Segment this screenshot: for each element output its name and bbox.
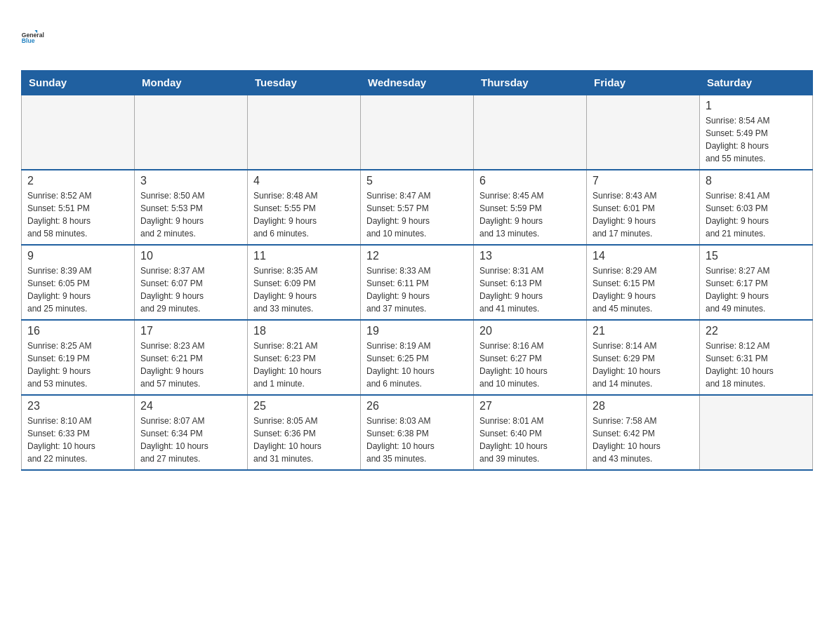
day-number: 11	[253, 250, 355, 262]
calendar-cell: 24Sunrise: 8:07 AM Sunset: 6:34 PM Dayli…	[135, 395, 248, 470]
day-info: Sunrise: 8:07 AM Sunset: 6:34 PM Dayligh…	[140, 415, 241, 465]
day-info: Sunrise: 8:05 AM Sunset: 6:36 PM Dayligh…	[253, 415, 355, 465]
day-info: Sunrise: 8:03 AM Sunset: 6:38 PM Dayligh…	[366, 415, 468, 465]
day-info: Sunrise: 8:41 AM Sunset: 6:03 PM Dayligh…	[706, 189, 807, 240]
day-info: Sunrise: 8:14 AM Sunset: 6:29 PM Dayligh…	[593, 340, 694, 390]
day-number: 27	[479, 400, 581, 412]
day-number: 21	[593, 325, 694, 337]
day-info: Sunrise: 8:31 AM Sunset: 6:13 PM Dayligh…	[479, 264, 581, 315]
day-number: 17	[140, 325, 241, 337]
day-info: Sunrise: 8:39 AM Sunset: 6:05 PM Dayligh…	[27, 264, 128, 315]
day-number: 4	[253, 175, 355, 187]
day-number: 19	[366, 325, 468, 337]
calendar-cell: 22Sunrise: 8:12 AM Sunset: 6:31 PM Dayli…	[700, 320, 813, 395]
calendar-cell: 4Sunrise: 8:48 AM Sunset: 5:55 PM Daylig…	[248, 170, 361, 245]
calendar-cell: 26Sunrise: 8:03 AM Sunset: 6:38 PM Dayli…	[361, 395, 474, 470]
calendar-cell: 20Sunrise: 8:16 AM Sunset: 6:27 PM Dayli…	[474, 320, 587, 395]
day-number: 26	[366, 400, 468, 412]
day-info: Sunrise: 8:21 AM Sunset: 6:23 PM Dayligh…	[253, 340, 355, 390]
day-number: 14	[593, 250, 694, 262]
day-info: Sunrise: 8:25 AM Sunset: 6:19 PM Dayligh…	[27, 340, 128, 390]
calendar-cell	[22, 95, 135, 170]
day-info: Sunrise: 8:23 AM Sunset: 6:21 PM Dayligh…	[140, 340, 241, 390]
day-info: Sunrise: 8:27 AM Sunset: 6:17 PM Dayligh…	[706, 264, 807, 315]
calendar-cell: 7Sunrise: 8:43 AM Sunset: 6:01 PM Daylig…	[587, 170, 700, 245]
day-info: Sunrise: 8:33 AM Sunset: 6:11 PM Dayligh…	[366, 264, 468, 315]
day-info: Sunrise: 8:48 AM Sunset: 5:55 PM Dayligh…	[253, 189, 355, 240]
day-number: 22	[706, 325, 807, 337]
calendar-cell	[361, 95, 474, 170]
day-header-friday: Friday	[587, 71, 700, 95]
calendar-cell: 5Sunrise: 8:47 AM Sunset: 5:57 PM Daylig…	[361, 170, 474, 245]
day-number: 9	[27, 250, 128, 262]
calendar-week-3: 9Sunrise: 8:39 AM Sunset: 6:05 PM Daylig…	[22, 245, 813, 320]
logo: General Blue	[21, 14, 62, 56]
calendar-week-4: 16Sunrise: 8:25 AM Sunset: 6:19 PM Dayli…	[22, 320, 813, 395]
day-header-saturday: Saturday	[700, 71, 813, 95]
day-info: Sunrise: 8:01 AM Sunset: 6:40 PM Dayligh…	[479, 415, 581, 465]
calendar-week-1: 1Sunrise: 8:54 AM Sunset: 5:49 PM Daylig…	[22, 95, 813, 170]
day-info: Sunrise: 8:54 AM Sunset: 5:49 PM Dayligh…	[706, 114, 807, 165]
calendar-cell: 28Sunrise: 7:58 AM Sunset: 6:42 PM Dayli…	[587, 395, 700, 470]
calendar-cell	[135, 95, 248, 170]
day-number: 28	[593, 400, 694, 412]
day-header-thursday: Thursday	[474, 71, 587, 95]
calendar-cell	[587, 95, 700, 170]
day-header-monday: Monday	[135, 71, 248, 95]
day-info: Sunrise: 7:58 AM Sunset: 6:42 PM Dayligh…	[593, 415, 694, 465]
calendar-cell: 18Sunrise: 8:21 AM Sunset: 6:23 PM Dayli…	[248, 320, 361, 395]
day-number: 6	[479, 175, 581, 187]
day-info: Sunrise: 8:50 AM Sunset: 5:53 PM Dayligh…	[140, 189, 241, 240]
logo-icon: General Blue	[21, 18, 60, 56]
day-info: Sunrise: 8:47 AM Sunset: 5:57 PM Dayligh…	[366, 189, 468, 240]
day-info: Sunrise: 8:10 AM Sunset: 6:33 PM Dayligh…	[27, 415, 128, 465]
calendar-cell: 19Sunrise: 8:19 AM Sunset: 6:25 PM Dayli…	[361, 320, 474, 395]
calendar-cell: 2Sunrise: 8:52 AM Sunset: 5:51 PM Daylig…	[22, 170, 135, 245]
calendar-table: SundayMondayTuesdayWednesdayThursdayFrid…	[21, 70, 813, 471]
day-number: 18	[253, 325, 355, 337]
day-header-sunday: Sunday	[22, 71, 135, 95]
day-number: 7	[593, 175, 694, 187]
calendar-cell	[700, 395, 813, 470]
day-number: 25	[253, 400, 355, 412]
calendar-cell: 12Sunrise: 8:33 AM Sunset: 6:11 PM Dayli…	[361, 245, 474, 320]
day-info: Sunrise: 8:35 AM Sunset: 6:09 PM Dayligh…	[253, 264, 355, 315]
day-info: Sunrise: 8:16 AM Sunset: 6:27 PM Dayligh…	[479, 340, 581, 390]
calendar-cell	[248, 95, 361, 170]
day-number: 23	[27, 400, 128, 412]
calendar-header-row: SundayMondayTuesdayWednesdayThursdayFrid…	[22, 71, 813, 95]
calendar-cell: 21Sunrise: 8:14 AM Sunset: 6:29 PM Dayli…	[587, 320, 700, 395]
calendar-cell: 1Sunrise: 8:54 AM Sunset: 5:49 PM Daylig…	[700, 95, 813, 170]
day-number: 2	[27, 175, 128, 187]
day-number: 5	[366, 175, 468, 187]
calendar-cell: 10Sunrise: 8:37 AM Sunset: 6:07 PM Dayli…	[135, 245, 248, 320]
day-info: Sunrise: 8:12 AM Sunset: 6:31 PM Dayligh…	[706, 340, 807, 390]
calendar-cell: 23Sunrise: 8:10 AM Sunset: 6:33 PM Dayli…	[22, 395, 135, 470]
day-number: 15	[706, 250, 807, 262]
calendar-cell	[474, 95, 587, 170]
calendar-cell: 25Sunrise: 8:05 AM Sunset: 6:36 PM Dayli…	[248, 395, 361, 470]
calendar-cell: 9Sunrise: 8:39 AM Sunset: 6:05 PM Daylig…	[22, 245, 135, 320]
day-number: 1	[706, 100, 807, 112]
page-header: General Blue	[21, 14, 813, 56]
svg-text:Blue: Blue	[22, 37, 35, 44]
day-number: 24	[140, 400, 241, 412]
calendar-week-5: 23Sunrise: 8:10 AM Sunset: 6:33 PM Dayli…	[22, 395, 813, 470]
day-info: Sunrise: 8:37 AM Sunset: 6:07 PM Dayligh…	[140, 264, 241, 315]
day-info: Sunrise: 8:45 AM Sunset: 5:59 PM Dayligh…	[479, 189, 581, 240]
day-number: 13	[479, 250, 581, 262]
calendar-cell: 6Sunrise: 8:45 AM Sunset: 5:59 PM Daylig…	[474, 170, 587, 245]
day-info: Sunrise: 8:52 AM Sunset: 5:51 PM Dayligh…	[27, 189, 128, 240]
day-number: 10	[140, 250, 241, 262]
calendar-cell: 14Sunrise: 8:29 AM Sunset: 6:15 PM Dayli…	[587, 245, 700, 320]
day-header-tuesday: Tuesday	[248, 71, 361, 95]
calendar-cell: 16Sunrise: 8:25 AM Sunset: 6:19 PM Dayli…	[22, 320, 135, 395]
day-number: 20	[479, 325, 581, 337]
day-info: Sunrise: 8:43 AM Sunset: 6:01 PM Dayligh…	[593, 189, 694, 240]
calendar-cell: 3Sunrise: 8:50 AM Sunset: 5:53 PM Daylig…	[135, 170, 248, 245]
calendar-week-2: 2Sunrise: 8:52 AM Sunset: 5:51 PM Daylig…	[22, 170, 813, 245]
day-info: Sunrise: 8:19 AM Sunset: 6:25 PM Dayligh…	[366, 340, 468, 390]
calendar-cell: 17Sunrise: 8:23 AM Sunset: 6:21 PM Dayli…	[135, 320, 248, 395]
day-header-wednesday: Wednesday	[361, 71, 474, 95]
day-info: Sunrise: 8:29 AM Sunset: 6:15 PM Dayligh…	[593, 264, 694, 315]
